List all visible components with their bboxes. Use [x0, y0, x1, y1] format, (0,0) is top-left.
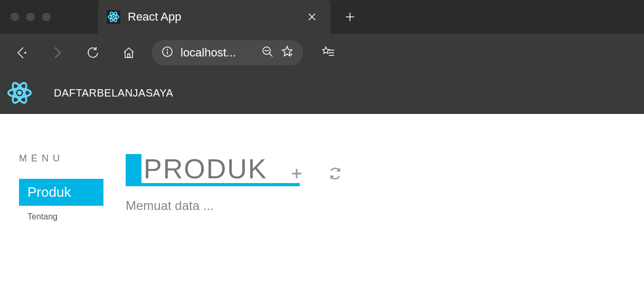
title-block: PRODUK: [126, 153, 269, 185]
title-underline: [126, 183, 300, 186]
react-favicon: [107, 10, 120, 24]
page-header: PRODUK: [126, 153, 644, 185]
collections-button[interactable]: [312, 38, 344, 68]
content-area: MENU Produk Tentang PRODUK: [0, 114, 644, 228]
browser-toolbar: localhost...: [0, 34, 644, 72]
menu-heading: MENU: [19, 153, 103, 164]
sidebar-item-label: Produk: [27, 184, 71, 200]
header-actions: [290, 167, 342, 185]
refresh-button[interactable]: [77, 38, 109, 68]
home-button[interactable]: [113, 38, 145, 68]
page-title: PRODUK: [141, 153, 269, 185]
tab-title: React App: [128, 10, 299, 24]
app-navbar: DAFTARBELANJASAYA: [0, 72, 644, 114]
loading-status: Memuat data ...: [126, 198, 644, 213]
sidebar: MENU Produk Tentang: [19, 153, 103, 228]
back-button[interactable]: [5, 38, 37, 68]
address-url: localhost...: [181, 46, 254, 60]
window-controls: [11, 13, 51, 21]
site-info-icon[interactable]: [162, 46, 173, 60]
refresh-data-button[interactable]: [328, 167, 342, 180]
svg-point-6: [167, 50, 168, 50]
svg-point-8: [17, 91, 22, 95]
zoom-out-icon[interactable]: [262, 46, 273, 60]
svg-point-0: [112, 16, 115, 18]
address-bar[interactable]: localhost...: [152, 40, 303, 65]
tab-close-button[interactable]: [306, 9, 318, 25]
add-button[interactable]: [290, 167, 303, 180]
main-panel: PRODUK Memuat data ...: [126, 153, 644, 228]
browser-tab[interactable]: React App: [98, 0, 330, 34]
new-tab-button[interactable]: [345, 9, 355, 25]
app-title: DAFTARBELANJASAYA: [54, 87, 173, 99]
window-close-button[interactable]: [11, 13, 19, 21]
title-accent-bar: [126, 154, 141, 185]
window-maximize-button[interactable]: [42, 13, 51, 21]
window-minimize-button[interactable]: [26, 13, 35, 21]
app-logo-icon: [4, 78, 35, 108]
sidebar-item-produk[interactable]: Produk: [19, 179, 103, 206]
forward-button[interactable]: [41, 38, 73, 68]
sidebar-item-label: Tentang: [27, 212, 58, 221]
sidebar-item-tentang[interactable]: Tentang: [19, 209, 103, 225]
favorite-add-icon[interactable]: [281, 45, 293, 60]
page-content: DAFTARBELANJASAYA MENU Produk Tentang PR…: [0, 72, 644, 287]
browser-titlebar: React App: [0, 0, 644, 34]
svg-point-4: [25, 52, 26, 53]
